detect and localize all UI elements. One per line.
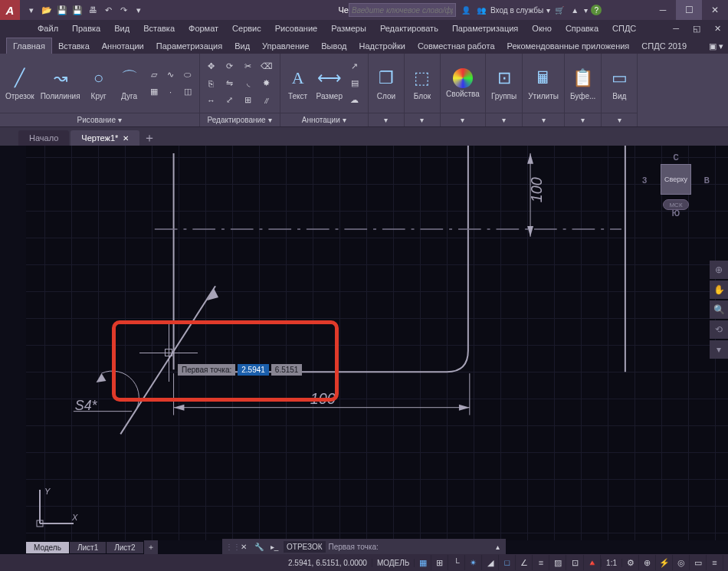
menu-param[interactable]: Параметризация [445, 21, 525, 35]
explode-icon[interactable]: ✸ [259, 76, 274, 91]
doc-close-icon[interactable]: ✕ [707, 21, 728, 36]
dyn-y-field[interactable]: 6.5151 [271, 364, 303, 376]
osnap-toggle-icon[interactable]: □ [499, 555, 516, 570]
login-link[interactable]: Вход в службы [490, 6, 543, 15]
qat-save-icon[interactable]: 💾 [55, 3, 69, 17]
viewcube[interactable]: С З В Сверху Ю МСК [645, 153, 707, 238]
qat-new-icon[interactable]: ▾ [25, 3, 38, 17]
menu-service[interactable]: Сервис [225, 21, 268, 35]
rotate-icon[interactable]: ⟳ [222, 59, 238, 74]
layout-model[interactable]: Модель [26, 542, 69, 553]
app-exchange-icon[interactable]: 🛒 [553, 4, 566, 16]
app-caret-icon[interactable]: ▾ [584, 6, 588, 15]
qat-open-icon[interactable]: 📂 [40, 3, 54, 17]
ribbon-tab-collab[interactable]: Совместная работа [412, 38, 501, 54]
polar-toggle-icon[interactable]: ✴ [465, 555, 482, 570]
viewcube-w[interactable]: З [642, 176, 647, 185]
menu-file[interactable]: Файл [31, 21, 65, 35]
ribbon-tab-view[interactable]: Вид [228, 38, 256, 54]
model-toggle[interactable]: МОДЕЛЬ [372, 559, 415, 567]
menu-window[interactable]: Окно [525, 21, 559, 35]
doc-tab-start[interactable]: Начало [18, 130, 69, 146]
line-button[interactable]: ╱ Отрезок [4, 64, 36, 102]
nav-more-icon[interactable]: ▾ [710, 340, 728, 359]
app-a360-icon[interactable]: ▲ [569, 4, 581, 16]
ribbon-tab-home[interactable]: Главная [6, 38, 52, 54]
fillet-icon[interactable]: ◟ [241, 76, 256, 91]
view-button[interactable]: ▭Вид [605, 64, 633, 102]
props-button[interactable]: Свойства [444, 67, 481, 100]
search-input[interactable] [349, 3, 456, 17]
qat-more-icon[interactable]: ▾ [132, 3, 146, 17]
leader-icon[interactable]: ↗ [347, 59, 362, 74]
annotation-scale-icon[interactable]: 🔺 [584, 555, 601, 570]
grid-toggle-icon[interactable]: ▦ [415, 555, 431, 570]
panel-draw-label[interactable]: Рисование ▾ [0, 113, 199, 126]
cloud-icon[interactable]: ☁ [347, 93, 362, 108]
dimension-button[interactable]: ⟷ Размер [315, 64, 344, 102]
ribbon-tab-param[interactable]: Параметризация [150, 38, 228, 54]
app-logo[interactable]: A [0, 0, 20, 20]
nav-wheel-icon[interactable]: ⊕ [710, 261, 728, 279]
table-icon[interactable]: ▤ [347, 76, 362, 91]
snap-toggle-icon[interactable]: ⊞ [431, 555, 448, 570]
menu-spds[interactable]: СПДС [605, 21, 643, 35]
polyline-button[interactable]: ↝ Полилиния [39, 64, 82, 102]
layout-sheet1[interactable]: Лист1 [70, 542, 106, 553]
lineweight-icon[interactable]: ≡ [533, 555, 549, 570]
nav-pan-icon[interactable]: ✋ [710, 281, 728, 299]
text-button[interactable]: A Текст [284, 64, 312, 102]
doc-min-icon[interactable]: ─ [666, 21, 686, 36]
qat-redo-icon[interactable]: ↷ [116, 3, 130, 17]
groups-button[interactable]: ⊡Группы [490, 64, 518, 102]
viewcube-s[interactable]: Ю [672, 209, 680, 218]
qat-plot-icon[interactable]: 🖶 [86, 3, 100, 17]
hardware-accel-icon[interactable]: ⚡ [656, 555, 673, 570]
doc-restore-icon[interactable]: ◱ [686, 21, 707, 36]
menu-draw[interactable]: Рисование [268, 21, 324, 35]
circle-button[interactable]: ○ Круг [85, 64, 113, 102]
model-canvas[interactable]: 100 100 S4* Первая точка: 2.5941 6.5151 … [26, 146, 728, 540]
maximize-button[interactable]: ☐ [676, 0, 702, 20]
ribbon-tab-output[interactable]: Вывод [315, 38, 353, 54]
ribbon-tab-spds[interactable]: СПДС 2019 [635, 38, 693, 54]
dyn-x-field[interactable]: 2.5941 [238, 364, 269, 376]
panel-annot-label[interactable]: Аннотации ▾ [280, 113, 368, 126]
transparency-icon[interactable]: ▨ [549, 555, 566, 570]
login-caret-icon[interactable]: ▾ [546, 6, 550, 15]
trim-icon[interactable]: ✂ [241, 59, 256, 74]
ribbon-tab-manage[interactable]: Управление [256, 38, 315, 54]
ribbon-tab-annot[interactable]: Аннотации [96, 38, 150, 54]
new-tab-button[interactable]: ＋ [141, 130, 158, 146]
viewcube-n[interactable]: С [673, 153, 678, 162]
selection-cycling-icon[interactable]: ⊡ [567, 555, 584, 570]
isolate-icon[interactable]: ◎ [673, 555, 690, 570]
menu-view[interactable]: Вид [107, 21, 136, 35]
customize-status-icon[interactable]: ≡ [707, 555, 723, 570]
layers-button[interactable]: ❐Слои [372, 64, 400, 102]
account-icon[interactable]: 👤 [460, 4, 472, 16]
clipboard-button[interactable]: 📋Буфе... [569, 64, 597, 102]
ribbon-tab-featured[interactable]: Рекомендованные приложения [501, 38, 636, 54]
hatch-icon[interactable]: ▦ [146, 84, 162, 100]
account-icon2[interactable]: 👥 [475, 4, 487, 16]
cmd-history-icon[interactable]: ▴ [492, 543, 503, 551]
clean-screen-icon[interactable]: ▭ [690, 555, 707, 570]
command-line[interactable]: ⋮⋮ ✕ 🔧 ▸_ ОТРЕЗОК Первая точка: ▴ [222, 539, 506, 554]
coordinates[interactable]: 2.5941, 6.5151, 0.0000 [288, 559, 367, 567]
ortho-toggle-icon[interactable]: └ [448, 555, 465, 570]
rect-icon[interactable]: ▱ [146, 67, 162, 83]
doc-tab-current[interactable]: Чертеж1*✕ [71, 130, 139, 146]
close-button[interactable]: ✕ [702, 0, 728, 20]
add-layout-button[interactable]: ＋ [144, 540, 158, 554]
cmd-close-icon[interactable]: ✕ [238, 543, 250, 551]
point-icon[interactable]: ∙ [163, 84, 179, 100]
copy-icon[interactable]: ⎘ [204, 76, 219, 91]
viewcube-e[interactable]: В [704, 176, 710, 185]
menu-format[interactable]: Формат [182, 21, 225, 35]
qat-undo-icon[interactable]: ↶ [101, 3, 115, 17]
menu-edit[interactable]: Правка [65, 21, 107, 35]
ribbon-tab-addins[interactable]: Надстройки [353, 38, 412, 54]
panel-modify-label[interactable]: Редактирование ▾ [200, 113, 280, 126]
qat-saveas-icon[interactable]: 💾 [71, 3, 84, 17]
